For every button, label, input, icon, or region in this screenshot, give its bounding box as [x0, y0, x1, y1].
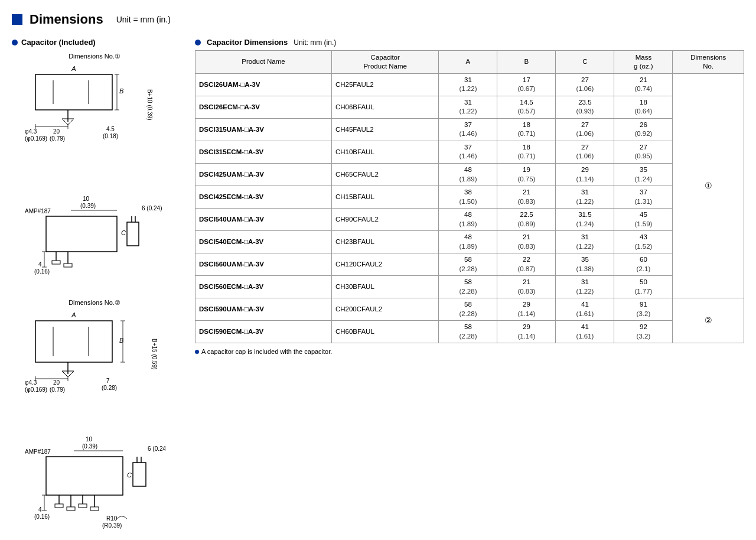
cell-a: 48(1.89) — [439, 209, 497, 231]
diagram-1-svg-wrapper: A B φ4.3 (φ0.169) 20 — [12, 63, 177, 181]
cell-cap-name: CH200CFAUL2 — [331, 298, 438, 321]
svg-text:C: C — [127, 471, 132, 479]
cell-mass: 27(0.95) — [614, 141, 673, 163]
cell-cap-name: CH10BFAUL — [331, 141, 438, 163]
svg-text:6 (0.24): 6 (0.24) — [142, 205, 162, 212]
col-header-dimno: DimensionsNo. — [673, 51, 744, 74]
cell-product-name: DSCI315ECM-□A-3V — [195, 141, 332, 163]
footnote-dot — [195, 350, 199, 354]
table-row: DSCI315ECM-□A-3VCH10BFAUL37(1.46)18(0.71… — [195, 141, 744, 163]
svg-rect-66 — [67, 507, 75, 510]
cell-c: 27(1.06) — [556, 73, 614, 96]
cell-b: 29(1.14) — [497, 321, 556, 343]
cell-product-name: DSCI540ECM-□A-3V — [195, 231, 332, 253]
table-footnote: A capacitor cap is included with the cap… — [195, 348, 744, 355]
svg-rect-40 — [35, 321, 112, 362]
cell-b: 14.5(0.57) — [497, 96, 556, 118]
cell-c: 41(1.61) — [556, 321, 614, 343]
table-row: DSCI590ECM-□A-3VCH60BFAUL58(2.28)29(1.14… — [195, 321, 744, 343]
cell-product-name: DSCI540UAM-□A-3V — [195, 209, 332, 231]
cell-b: 22(0.87) — [497, 253, 556, 276]
col-header-a: A — [439, 51, 497, 74]
svg-text:10: 10 — [83, 196, 90, 202]
table-section-title: Capacitor Dimensions — [207, 38, 288, 47]
diagram-amp187-2-container: AMP#187 10 (0.39) — [12, 433, 177, 539]
cell-mass: 92(3.2) — [614, 321, 673, 343]
svg-text:7: 7 — [106, 378, 110, 384]
col-header-mass: Massg (oz.) — [614, 51, 673, 74]
svg-rect-68 — [90, 507, 99, 510]
svg-text:20: 20 — [53, 128, 60, 135]
diagram-2-svg-wrapper: A B φ4.3 (φ0.169) 20 (0.79) — [12, 309, 177, 421]
table-unit: Unit: mm (in.) — [294, 38, 336, 47]
table-body: DSCI26UAM-□A-3VCH25FAUL231(1.22)17(0.67)… — [195, 73, 744, 343]
svg-text:C: C — [121, 229, 126, 236]
cell-product-name: DSCI590UAM-□A-3V — [195, 298, 332, 321]
svg-text:φ4.3: φ4.3 — [25, 128, 37, 135]
cell-b: 18(0.71) — [497, 141, 556, 163]
svg-text:AMP#187: AMP#187 — [25, 208, 51, 214]
cell-cap-name: CH60BFAUL — [331, 321, 438, 343]
cell-b: 17(0.67) — [497, 73, 556, 96]
svg-text:4: 4 — [38, 506, 42, 513]
table-row: DSCI315UAM-□A-3VCH45FAUL237(1.46)18(0.71… — [195, 118, 744, 141]
cell-a: 58(2.28) — [439, 276, 497, 298]
cell-a: 58(2.28) — [439, 253, 497, 276]
svg-text:4: 4 — [38, 261, 42, 268]
header-accent-box — [12, 14, 22, 25]
cell-cap-name: CH65CFAUL2 — [331, 164, 438, 186]
cell-a: 37(1.46) — [439, 141, 497, 163]
svg-rect-73 — [133, 463, 146, 486]
cell-product-name: DSCI560UAM-□A-3V — [195, 253, 332, 276]
dimensions-table: Product Name CapacitorProduct Name A B C… — [195, 50, 744, 343]
cell-b: 21(0.83) — [497, 276, 556, 298]
cell-c: 31(1.22) — [556, 231, 614, 253]
cell-cap-name: CH25FAUL2 — [331, 73, 438, 96]
cell-product-name: DSCI26UAM-□A-3V — [195, 73, 332, 96]
svg-rect-1 — [35, 74, 112, 110]
cell-b: 22.5(0.89) — [497, 209, 556, 231]
svg-rect-21 — [46, 216, 117, 252]
diagram-2-container: Dimensions No.② A B φ4.3 — [12, 299, 177, 421]
table-row: DSCI540UAM-□A-3VCH90CFAUL248(1.89)22.5(0… — [195, 209, 744, 231]
cell-c: 23.5(0.93) — [556, 96, 614, 118]
table-row: DSCI26UAM-□A-3VCH25FAUL231(1.22)17(0.67)… — [195, 73, 744, 96]
cell-a: 58(2.28) — [439, 298, 497, 321]
cell-b: 21(0.83) — [497, 186, 556, 209]
cell-mass: 21(0.74) — [614, 73, 673, 96]
main-layout: Capacitor (Included) Dimensions No.① A B — [12, 38, 744, 540]
section-bullet — [12, 40, 18, 45]
cell-product-name: DSCI590ECM-□A-3V — [195, 321, 332, 343]
table-section-bullet — [195, 40, 201, 45]
cell-c: 27(1.06) — [556, 141, 614, 163]
cell-cap-name: CH90CFAUL2 — [331, 209, 438, 231]
cell-mass: 50(1.77) — [614, 276, 673, 298]
cell-product-name: DSCI425ECM-□A-3V — [195, 186, 332, 209]
diagram-amp187-1-svg: AMP#187 10 (0.39) C — [24, 193, 165, 287]
svg-text:4.5: 4.5 — [106, 126, 115, 132]
svg-text:(0.16): (0.16) — [34, 268, 50, 275]
cell-dim-no-2: ② — [673, 298, 744, 343]
diagram-amp187-2-svg-wrapper: AMP#187 10 (0.39) — [12, 433, 177, 539]
cell-a: 38(1.50) — [439, 186, 497, 209]
right-panel: Capacitor Dimensions Unit: mm (in.) Prod… — [195, 38, 744, 355]
cell-c: 27(1.06) — [556, 118, 614, 141]
table-row: DSCI540ECM-□A-3VCH23BFAUL48(1.89)21(0.83… — [195, 231, 744, 253]
svg-text:(0.16): (0.16) — [34, 513, 50, 520]
cell-a: 31(1.22) — [439, 73, 497, 96]
cell-c: 31.5(1.24) — [556, 209, 614, 231]
page-title: Dimensions — [30, 12, 103, 27]
svg-rect-25 — [64, 264, 72, 267]
cell-b: 18(0.71) — [497, 118, 556, 141]
svg-text:(0.39): (0.39) — [82, 443, 97, 450]
cell-a: 48(1.89) — [439, 164, 497, 186]
table-header-row: Product Name CapacitorProduct Name A B C… — [195, 51, 744, 74]
svg-text:(φ0.169): (φ0.169) — [25, 386, 47, 393]
svg-text:6 (0.24): 6 (0.24) — [148, 445, 165, 452]
diagram-amp187-1-container: AMP#187 10 (0.39) C — [12, 193, 177, 287]
cell-c: 29(1.14) — [556, 164, 614, 186]
cell-product-name: DSCI560ECM-□A-3V — [195, 276, 332, 298]
cell-cap-name: CH06BFAUL — [331, 96, 438, 118]
diagram-1-label: Dimensions No.① — [12, 53, 177, 60]
diagram-amp187-2-svg: AMP#187 10 (0.39) — [24, 433, 165, 539]
